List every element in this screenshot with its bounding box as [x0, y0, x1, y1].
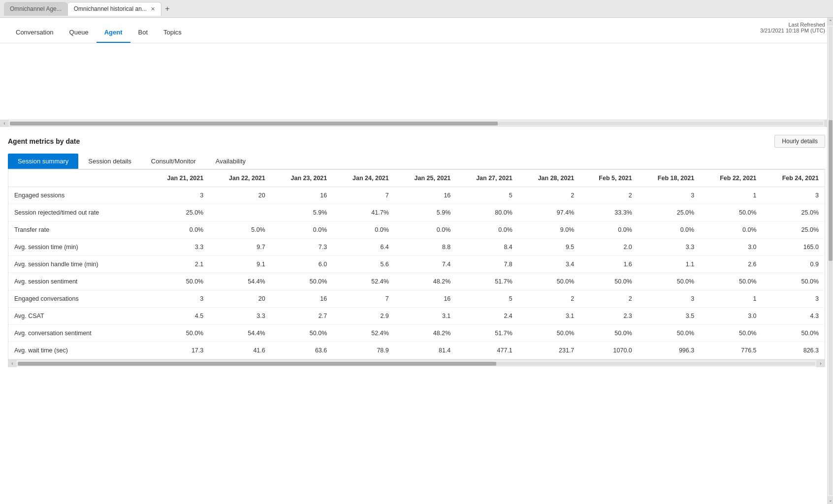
table-scroll-right-arrow[interactable]: › — [816, 360, 825, 367]
metric-value: 3.1 — [518, 308, 580, 325]
metric-value: 231.7 — [518, 342, 580, 359]
browser-tabs: Omnichannel Age... Omnichannel historica… — [0, 0, 833, 18]
hourly-details-button[interactable]: Hourly details — [774, 135, 825, 148]
metric-value: 16 — [271, 187, 333, 204]
table-row: Session rejected/timed out rate25.0%5.9%… — [8, 204, 825, 221]
metric-value: 7 — [333, 187, 395, 204]
metric-value: 51.7% — [456, 325, 518, 342]
metric-value: 2 — [518, 187, 580, 204]
metric-value: 2.1 — [148, 256, 210, 273]
scroll-up-arrow[interactable]: ⌃ — [828, 18, 833, 26]
close-icon[interactable]: ✕ — [151, 6, 155, 12]
nav-item-bot[interactable]: Bot — [130, 22, 156, 43]
metric-label: Avg. wait time (sec) — [8, 342, 148, 359]
metric-value: 25.0% — [763, 204, 825, 221]
metric-value: 50.0% — [700, 273, 762, 290]
metric-value: 50.0% — [518, 325, 580, 342]
metric-value: 0.9 — [763, 256, 825, 273]
metric-value: 50.0% — [580, 273, 638, 290]
tab-consult-monitor[interactable]: Consult/Monitor — [141, 154, 206, 169]
tab-availability[interactable]: Availability — [206, 154, 256, 169]
sub-tabs: Session summary Session details Consult/… — [8, 154, 825, 169]
table-row: Engaged conversations32016716522313 — [8, 290, 825, 308]
col-header-metric — [8, 170, 148, 187]
data-table-wrapper[interactable]: Jan 21, 2021 Jan 22, 2021 Jan 23, 2021 J… — [8, 169, 825, 360]
col-header-feb5: Feb 5, 2021 — [580, 170, 638, 187]
metric-value: 50.0% — [763, 325, 825, 342]
metric-value: 5.6 — [333, 256, 395, 273]
metric-value: 3 — [148, 187, 210, 204]
metric-value: 0.0% — [700, 221, 762, 239]
nav-item-conversation[interactable]: Conversation — [8, 22, 62, 43]
metric-value: 2.7 — [271, 308, 333, 325]
scroll-v-track[interactable] — [829, 27, 833, 495]
metric-value: 1070.0 — [580, 342, 638, 359]
metric-label: Avg. session sentiment — [8, 273, 148, 290]
tab-session-summary[interactable]: Session summary — [8, 154, 78, 169]
metric-value: 5 — [456, 290, 518, 308]
metric-value: 1.6 — [580, 256, 638, 273]
scroll-track[interactable] — [10, 122, 823, 126]
col-header-feb22: Feb 22, 2021 — [700, 170, 762, 187]
metric-value: 7.4 — [395, 256, 457, 273]
metric-value: 78.9 — [333, 342, 395, 359]
metric-value: 3 — [638, 187, 700, 204]
table-row: Avg. session handle time (min)2.19.16.05… — [8, 256, 825, 273]
metric-value: 3.3 — [148, 239, 210, 256]
metric-value: 25.0% — [148, 204, 210, 221]
chart-horizontal-scrollbar[interactable]: ‹ › — [0, 120, 833, 126]
scroll-left-arrow[interactable]: ‹ — [0, 120, 9, 127]
metric-value: 25.0% — [763, 221, 825, 239]
nav-item-topics[interactable]: Topics — [156, 22, 190, 43]
browser-tab-active[interactable]: Omnichannel historical an... ✕ — [67, 2, 161, 16]
table-header-row: Jan 21, 2021 Jan 22, 2021 Jan 23, 2021 J… — [8, 170, 825, 187]
table-row: Avg. wait time (sec)17.341.663.678.981.4… — [8, 342, 825, 359]
chart-area: ‹ › — [0, 43, 833, 127]
metric-value: 4.5 — [148, 308, 210, 325]
nav-item-queue[interactable]: Queue — [62, 22, 96, 43]
metric-value: 25.0% — [638, 204, 700, 221]
metric-label: Avg. session time (min) — [8, 239, 148, 256]
metric-value: 165.0 — [763, 239, 825, 256]
page-vertical-scrollbar[interactable]: ⌃ ⌄ — [827, 18, 833, 504]
col-header-jan28: Jan 28, 2021 — [518, 170, 580, 187]
metric-label: Session rejected/timed out rate — [8, 204, 148, 221]
col-header-feb18: Feb 18, 2021 — [638, 170, 700, 187]
metric-value: 9.7 — [209, 239, 271, 256]
table-row: Transfer rate0.0%5.0%0.0%0.0%0.0%0.0%9.0… — [8, 221, 825, 239]
metric-value: 97.4% — [518, 204, 580, 221]
browser-tab-inactive-label: Omnichannel Age... — [10, 5, 62, 12]
metric-value: 3 — [763, 187, 825, 204]
metric-value: 1.1 — [638, 256, 700, 273]
metric-value: 48.2% — [395, 325, 457, 342]
metric-value: 2 — [580, 290, 638, 308]
metric-value: 7 — [333, 290, 395, 308]
metric-value: 3 — [763, 290, 825, 308]
metric-value: 50.0% — [271, 273, 333, 290]
metric-value: 776.5 — [700, 342, 762, 359]
metric-value: 0.0% — [580, 221, 638, 239]
metric-value: 3.0 — [700, 239, 762, 256]
add-tab-button[interactable]: + — [161, 3, 173, 15]
tab-session-details[interactable]: Session details — [78, 154, 141, 169]
col-header-jan27: Jan 27, 2021 — [456, 170, 518, 187]
metric-value: 2.6 — [700, 256, 762, 273]
metric-value: 50.0% — [638, 273, 700, 290]
metric-value: 826.3 — [763, 342, 825, 359]
metric-value: 50.0% — [518, 273, 580, 290]
table-horizontal-scrollbar[interactable]: ‹ › — [8, 360, 825, 367]
browser-tab-inactive[interactable]: Omnichannel Age... — [4, 2, 67, 16]
metric-value: 2.3 — [580, 308, 638, 325]
scroll-thumb — [10, 122, 498, 126]
table-scroll-track[interactable] — [18, 362, 815, 366]
metric-value: 3.4 — [518, 256, 580, 273]
metric-value: 5 — [456, 187, 518, 204]
metric-value: 54.4% — [209, 273, 271, 290]
scroll-down-arrow[interactable]: ⌄ — [828, 496, 833, 504]
nav-item-agent[interactable]: Agent — [96, 22, 130, 43]
metric-value: 48.2% — [395, 273, 457, 290]
section-header: Agent metrics by date Hourly details — [8, 135, 825, 148]
table-scroll-left-arrow[interactable]: ‹ — [8, 360, 17, 367]
metric-value: 50.0% — [638, 325, 700, 342]
metric-value: 7.3 — [271, 239, 333, 256]
